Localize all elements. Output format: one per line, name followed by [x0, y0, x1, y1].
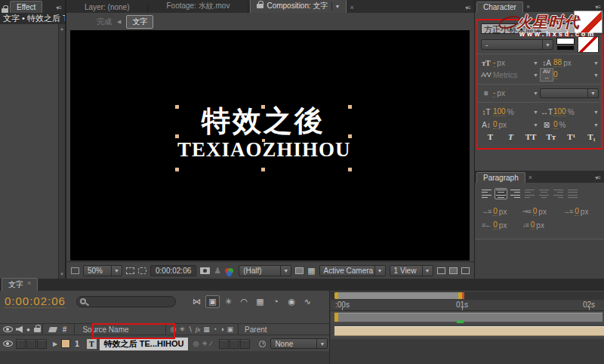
- chevron-down-icon[interactable]: ▼: [593, 110, 600, 115]
- selection-handle[interactable]: [175, 134, 179, 138]
- hide-shy-layers-button[interactable]: ✳: [221, 295, 236, 308]
- chevron-down-icon[interactable]: ▼: [335, 4, 341, 9]
- source-name-column-header[interactable]: Source Name: [82, 325, 128, 334]
- auto-keyframe-button[interactable]: ◔: [269, 295, 283, 308]
- time-navigator[interactable]: [331, 292, 604, 300]
- layer-label-swatch[interactable]: [61, 339, 70, 348]
- vertical-scale-value[interactable]: 100: [493, 107, 506, 116]
- layer-visibility-toggle[interactable]: [3, 341, 13, 347]
- comp-marker-green[interactable]: [457, 320, 464, 323]
- target-region-icon[interactable]: [295, 267, 304, 274]
- parent-pickwhip-icon[interactable]: [259, 341, 266, 347]
- selection-handle[interactable]: [348, 134, 352, 138]
- tsume-value[interactable]: 0: [553, 120, 558, 129]
- viewer-lock-icon[interactable]: [257, 4, 263, 8]
- stroke-style-dropdown[interactable]: ▼: [540, 88, 599, 98]
- chevron-down-icon[interactable]: ▼: [533, 122, 540, 128]
- font-style-dropdown[interactable]: -▼: [481, 39, 553, 50]
- snapshot-icon[interactable]: [200, 267, 210, 274]
- tab-character[interactable]: Character: [476, 2, 523, 12]
- indent-first-value[interactable]: 0: [533, 207, 538, 216]
- align-right-button[interactable]: [509, 188, 522, 199]
- chevron-down-icon[interactable]: ▼: [593, 72, 600, 78]
- scroll-down-icon[interactable]: ▼: [59, 272, 65, 276]
- tab-paragraph[interactable]: Paragraph: [476, 172, 525, 183]
- active-camera-dropdown[interactable]: Active Camera▼: [319, 265, 386, 276]
- tab-timeline-comp[interactable]: 文字×: [2, 278, 38, 291]
- flow-prev-comp[interactable]: 完成: [97, 17, 112, 27]
- layer-quality-icon[interactable]: ∕: [211, 340, 212, 347]
- text-layer-selection[interactable]: 特效之後 TEXIAOZHIHOU: [177, 107, 350, 169]
- layer-audio-toggle[interactable]: [16, 339, 26, 349]
- superscript-button[interactable]: T¹: [565, 131, 578, 142]
- selection-handle[interactable]: [175, 168, 179, 171]
- tab-composition-viewer[interactable]: Composition: 文字 ▼: [250, 0, 347, 13]
- expand-view-icon[interactable]: [71, 267, 79, 274]
- work-area-bar[interactable]: [334, 313, 602, 322]
- layer-switch-cell[interactable]: [240, 339, 250, 349]
- chevron-down-icon[interactable]: ▼: [533, 72, 540, 78]
- faux-bold-button[interactable]: T: [484, 131, 497, 142]
- layer-name[interactable]: 特效之后 TE...HIHOU: [100, 338, 189, 350]
- close-icon[interactable]: ×: [27, 279, 31, 290]
- justify-last-left-button[interactable]: [523, 188, 536, 199]
- chevron-down-icon[interactable]: ▼: [533, 91, 540, 96]
- timeline-button-icon[interactable]: [461, 267, 470, 274]
- parent-dropdown[interactable]: None▼: [270, 338, 328, 349]
- panel-menu-icon[interactable]: ▾≡: [593, 2, 602, 12]
- safe-margins-icon[interactable]: [126, 267, 134, 274]
- viewer-canvas[interactable]: 特效之後 TEXIAOZHIHOU: [70, 30, 470, 261]
- search-input[interactable]: [88, 298, 164, 306]
- navigator-bar[interactable]: [334, 292, 464, 299]
- layer-lock-toggle[interactable]: [37, 339, 47, 349]
- baseline-shift-value[interactable]: 0: [493, 120, 498, 129]
- stroke-width-value[interactable]: -: [493, 88, 495, 97]
- motion-blur-button[interactable]: ▦: [253, 295, 267, 308]
- space-after-value[interactable]: 0: [531, 221, 535, 230]
- layer-rasterize-icon[interactable]: ✳: [202, 340, 208, 347]
- layer-duration-bar[interactable]: [334, 326, 604, 336]
- effect-panel-scrollbar[interactable]: ▲ ▼: [58, 24, 65, 279]
- kerning-value[interactable]: Metrics: [493, 71, 517, 79]
- font-size-value[interactable]: -: [493, 58, 495, 67]
- draft-3d-button[interactable]: ▣: [205, 295, 220, 308]
- stroke-color-swatch[interactable]: [578, 36, 599, 53]
- layer-switch-cell[interactable]: [219, 339, 229, 349]
- panel-menu-icon[interactable]: ▾≡: [593, 173, 602, 183]
- anchor-point[interactable]: [262, 139, 265, 142]
- show-snapshot-icon[interactable]: ♟: [214, 266, 221, 276]
- current-timecode[interactable]: 0:00:02:06: [5, 295, 66, 308]
- search-box[interactable]: [76, 296, 176, 307]
- time-ruler[interactable]: :00s 01s 02s: [331, 300, 604, 311]
- chevron-down-icon[interactable]: ▼: [593, 122, 600, 128]
- small-caps-button[interactable]: Tᴛ: [544, 131, 557, 142]
- graph-editor-button[interactable]: ∿: [300, 295, 315, 308]
- work-area-start-handle[interactable]: [334, 313, 338, 322]
- frame-blending-button[interactable]: ◠: [237, 295, 251, 308]
- layer-solo-toggle[interactable]: [26, 339, 36, 349]
- parent-column-header[interactable]: Parent: [245, 325, 267, 334]
- indent-right-value[interactable]: 0: [575, 207, 579, 216]
- mini-flowchart-icon[interactable]: ⋈: [190, 295, 204, 308]
- zoom-level-dropdown[interactable]: 50%▼: [83, 265, 122, 276]
- fast-preview-icon[interactable]: [449, 267, 458, 274]
- panel-lock-icon[interactable]: [2, 8, 8, 13]
- brainstorm-button[interactable]: ◉: [285, 295, 299, 308]
- tab-footage-viewer[interactable]: Footage: 水紋.mov: [149, 0, 246, 13]
- tab-layer-viewer[interactable]: Layer: (none): [68, 2, 146, 13]
- justify-last-center-button[interactable]: [538, 188, 550, 199]
- faux-italic-button[interactable]: T: [504, 131, 517, 142]
- layer-expand-arrow[interactable]: ▶: [53, 341, 57, 347]
- fill-color-swatch[interactable]: [556, 38, 575, 45]
- tracking-value[interactable]: 0: [553, 70, 558, 79]
- selection-handle[interactable]: [348, 105, 352, 109]
- space-before-value[interactable]: 0: [493, 221, 498, 230]
- resolution-dropdown[interactable]: (Half)▼: [239, 265, 291, 276]
- chevron-down-icon[interactable]: ▼: [533, 110, 540, 115]
- chevron-down-icon[interactable]: ▼: [593, 60, 600, 66]
- region-of-interest-icon[interactable]: [138, 267, 146, 274]
- flow-current-comp[interactable]: 文字: [126, 15, 153, 29]
- close-icon[interactable]: ×: [525, 2, 532, 12]
- pixel-aspect-icon[interactable]: [437, 267, 445, 274]
- layer-row[interactable]: ▶ 1 T 特效之后 TE...HIHOU ◎ ✳ ∕ None▼: [0, 337, 329, 350]
